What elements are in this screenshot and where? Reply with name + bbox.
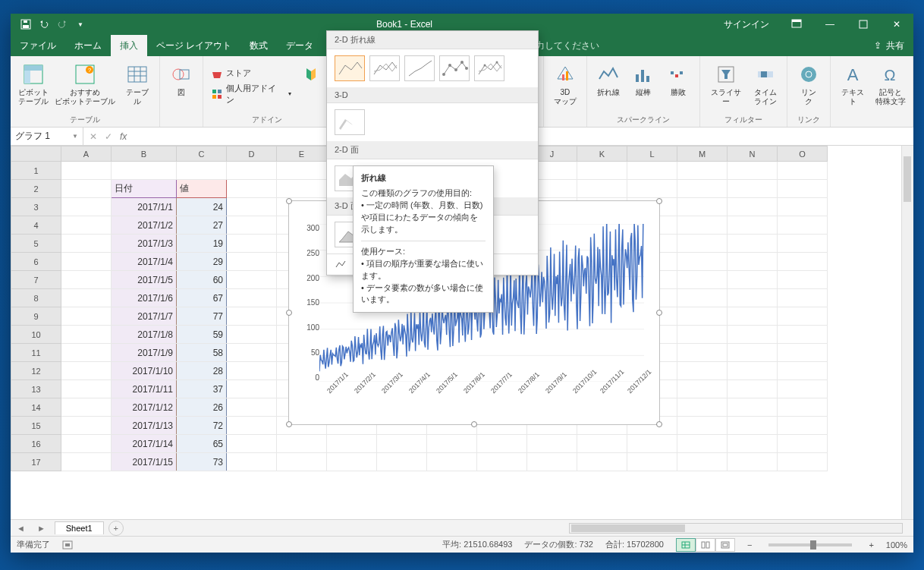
group-tables-label: テーブル	[70, 113, 100, 127]
status-bar: 準備完了 平均: 21510.68493 データの個数: 732 合計: 157…	[11, 536, 913, 553]
new-sheet-button[interactable]: +	[108, 521, 124, 536]
qat-dropdown-icon[interactable]: ▼	[73, 17, 88, 32]
svg-rect-51	[761, 71, 767, 77]
status-ready: 準備完了	[17, 539, 50, 550]
line-chart-thumb-2[interactable]	[369, 55, 400, 81]
svg-rect-1	[23, 25, 29, 28]
svg-rect-47	[675, 74, 678, 77]
tab-nav-next[interactable]: ►	[31, 524, 52, 533]
store-button[interactable]: ストア	[208, 67, 294, 80]
line-chart-thumb-4[interactable]	[439, 55, 470, 81]
svg-rect-18	[180, 70, 189, 79]
signin-button[interactable]: サインイン	[713, 18, 780, 31]
view-layout[interactable]	[696, 538, 715, 552]
store-icon	[211, 68, 223, 80]
ribbon-options-icon[interactable]	[780, 14, 813, 35]
chart-tooltip: 折れ線 この種類のグラフの使用目的: • 一定の時間 (年数、月数、日数) や項…	[353, 165, 494, 313]
svg-text:A: A	[847, 65, 859, 84]
slicer-button[interactable]: スライサー	[705, 59, 747, 113]
svg-rect-48	[680, 71, 683, 74]
bing-maps-button[interactable]	[296, 59, 326, 113]
tab-formulas[interactable]: 数式	[240, 35, 277, 56]
line-chart-thumb-3[interactable]	[404, 55, 435, 81]
timeline-button[interactable]: タイム ライン	[749, 59, 782, 113]
line-chart-thumb-5[interactable]	[474, 55, 504, 81]
svg-rect-4	[792, 20, 801, 22]
zoom-in[interactable]: +	[869, 540, 873, 550]
svg-point-17	[173, 69, 184, 80]
tab-home[interactable]: ホーム	[65, 35, 111, 56]
sparkline-column-button[interactable]: 縦棒	[627, 59, 660, 113]
line-chart-thumb-1[interactable]	[335, 55, 365, 81]
my-addins-button[interactable]: 個人用アドイン▾	[208, 82, 294, 106]
share-icon: ⇪	[874, 40, 882, 51]
tab-layout[interactable]: ページ レイアウト	[147, 35, 240, 56]
name-box[interactable]: グラフ 1▼	[11, 128, 83, 145]
horizontal-scrollbar[interactable]	[569, 523, 903, 534]
close-button[interactable]: ✕	[880, 14, 913, 35]
svg-rect-63	[65, 543, 70, 546]
chart-x-axis: 2017/1/12017/2/12017/3/12017/4/12017/5/1…	[319, 385, 644, 421]
tab-nav-prev[interactable]: ◄	[11, 524, 31, 533]
zoom-level[interactable]: 100%	[886, 540, 907, 550]
maximize-button[interactable]	[847, 14, 880, 35]
svg-point-71	[442, 73, 445, 76]
svg-point-74	[460, 61, 464, 64]
status-avg: 平均: 21510.68493	[442, 539, 512, 550]
section-2d-line: 2-D 折れ線	[327, 31, 538, 49]
svg-rect-45	[646, 76, 649, 82]
group-addins-label: アドイン	[252, 113, 282, 127]
pivot-table-button[interactable]: ピボット テーブル	[15, 59, 51, 113]
svg-rect-19	[212, 90, 216, 93]
share-button[interactable]: ⇪共有	[865, 39, 913, 52]
svg-rect-21	[212, 95, 216, 99]
fx-icon[interactable]: fx	[120, 131, 127, 142]
tab-insert[interactable]: 挿入	[111, 35, 147, 56]
table-button[interactable]: テーブル	[119, 59, 155, 113]
sheet-tab[interactable]: Sheet1	[55, 521, 104, 534]
tab-file[interactable]: ファイル	[11, 35, 65, 56]
group-link-label: リンク	[797, 113, 820, 127]
group-sparkline-label: スパークライン	[617, 113, 670, 127]
tab-data[interactable]: データ	[277, 35, 322, 56]
vertical-scrollbar[interactable]	[901, 146, 913, 519]
zoom-out[interactable]: −	[747, 540, 752, 550]
symbol-button[interactable]: Ω記号と 特殊文字	[872, 59, 908, 124]
sparkline-line-button[interactable]: 折れ線	[592, 59, 625, 113]
redo-icon[interactable]	[55, 17, 70, 32]
svg-rect-68	[706, 542, 709, 548]
svg-point-77	[496, 61, 498, 64]
svg-point-76	[484, 65, 486, 67]
3d-map-button[interactable]: 3D マップ	[548, 59, 582, 124]
svg-point-52	[801, 67, 816, 82]
svg-point-73	[454, 68, 457, 71]
view-normal[interactable]	[676, 538, 696, 552]
sheet-tabs: ◄ ► Sheet1 +	[11, 519, 913, 536]
svg-rect-46	[671, 71, 674, 74]
rec-pivot-button[interactable]: ?おすすめ ピボットテーブル	[52, 59, 118, 113]
zoom-slider[interactable]	[768, 543, 852, 546]
illustrations-button[interactable]: 図	[165, 59, 198, 124]
cancel-icon[interactable]: ✕	[90, 131, 97, 142]
enter-icon[interactable]: ✓	[105, 131, 112, 142]
macro-icon[interactable]	[62, 540, 73, 550]
line3d-thumb[interactable]	[335, 109, 365, 135]
svg-rect-2	[24, 20, 27, 23]
chart-icon	[335, 260, 347, 270]
status-count: データの個数: 732	[524, 539, 592, 550]
sparkline-winloss-button[interactable]: 勝敗	[662, 59, 695, 113]
text-button[interactable]: Aテキスト	[835, 59, 871, 124]
undo-icon[interactable]	[36, 17, 52, 32]
svg-rect-41	[562, 74, 564, 80]
link-button[interactable]: リン ク	[792, 59, 825, 113]
window-title: Book1 - Excel	[96, 19, 713, 30]
svg-rect-70	[723, 543, 728, 546]
svg-text:?: ?	[88, 67, 92, 74]
minimize-button[interactable]: —	[813, 14, 847, 35]
svg-rect-5	[860, 20, 867, 28]
svg-point-75	[465, 67, 468, 70]
save-icon[interactable]	[18, 17, 33, 32]
status-sum: 合計: 15702800	[605, 539, 664, 550]
view-pagebreak[interactable]	[715, 538, 735, 552]
section-2d-area: 2-D 面	[327, 141, 538, 159]
